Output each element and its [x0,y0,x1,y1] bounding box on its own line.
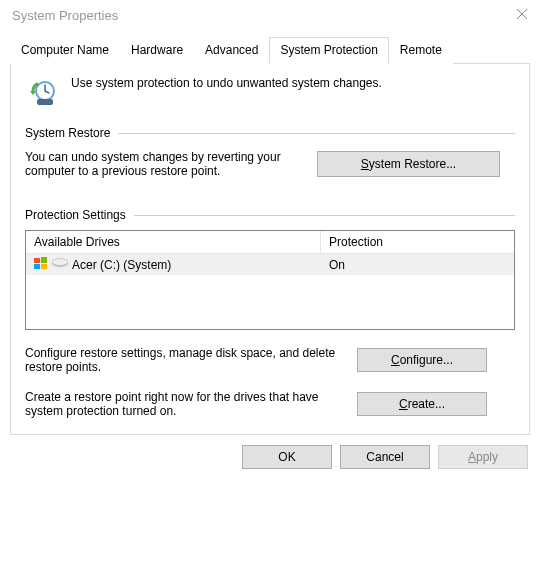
ok-button[interactable]: OK [242,445,332,469]
section-settings-title: Protection Settings [25,208,126,222]
drive-icon [52,257,68,272]
tab-system-protection[interactable]: System Protection [269,37,388,64]
svg-rect-5 [34,264,40,269]
svg-point-8 [52,259,68,266]
drives-table[interactable]: Available Drives Protection [25,230,515,330]
tab-remote[interactable]: Remote [389,37,453,64]
svg-marker-1 [30,91,36,95]
svg-rect-3 [34,258,40,263]
tab-bar: Computer Name Hardware Advanced System P… [10,36,530,64]
divider [134,215,515,216]
apply-button[interactable]: Apply [438,445,528,469]
svg-rect-2 [37,99,53,105]
table-header-row: Available Drives Protection [26,231,514,254]
drive-name: Acer (C:) (System) [72,258,171,272]
col-protection-header[interactable]: Protection [321,231,514,253]
tab-computer-name[interactable]: Computer Name [10,37,120,64]
dialog-footer: OK Cancel Apply [0,435,540,479]
drive-status: On [321,255,514,275]
intro-text: Use system protection to undo unwanted s… [71,76,382,90]
tab-advanced[interactable]: Advanced [194,37,269,64]
tab-hardware[interactable]: Hardware [120,37,194,64]
tab-content: Use system protection to undo unwanted s… [10,64,530,435]
cancel-button[interactable]: Cancel [340,445,430,469]
configure-text: Configure restore settings, manage disk … [25,346,345,374]
svg-rect-6 [41,264,47,269]
configure-button[interactable]: Configure... [357,348,487,372]
window-header: System Properties [0,0,540,30]
create-button[interactable]: Create... [357,392,487,416]
divider [118,133,515,134]
table-row[interactable]: Acer (C:) (System) On [26,254,514,275]
system-restore-button[interactable]: System Restore... [317,151,500,177]
create-text: Create a restore point right now for the… [25,390,345,418]
svg-rect-4 [41,257,47,263]
section-restore-title: System Restore [25,126,110,140]
close-icon[interactable] [516,6,528,24]
windows-flag-icon [34,257,48,272]
window-title: System Properties [12,8,118,23]
restore-shield-icon [25,76,59,110]
col-drives-header[interactable]: Available Drives [26,231,321,253]
restore-text: You can undo system changes by reverting… [25,150,305,178]
